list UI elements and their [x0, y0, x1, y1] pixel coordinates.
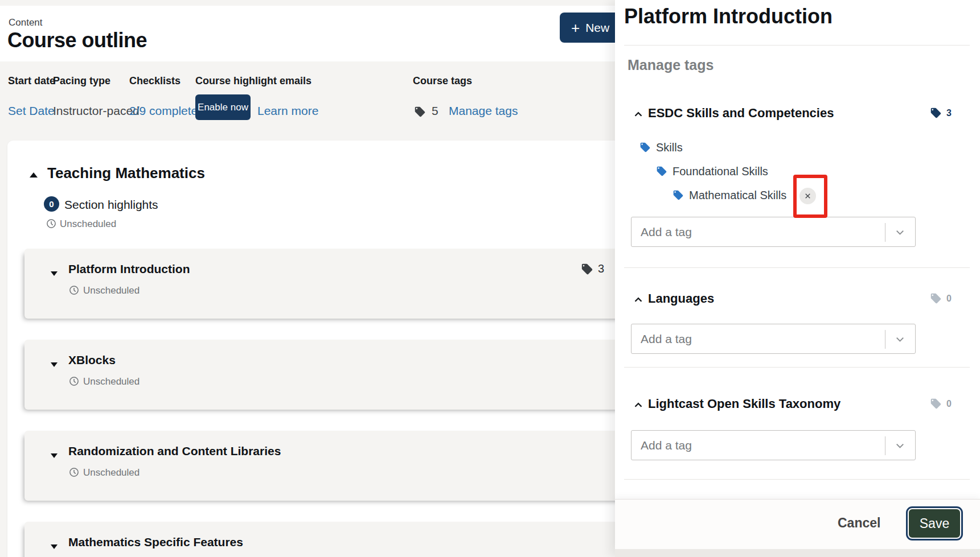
taxonomy-tag-count-value: 0 [946, 399, 952, 409]
clock-icon [69, 467, 79, 477]
divider [624, 45, 970, 46]
chevron-down-icon[interactable] [893, 226, 907, 239]
chevron-down-icon[interactable] [893, 439, 907, 452]
enable-now-button[interactable]: Enable now [195, 94, 251, 120]
subsection-card-platform-introduction[interactable]: Platform Introduction Unscheduled 3 [24, 249, 638, 319]
subsection-title: Randomization and Content Libraries [68, 444, 281, 458]
combobox-divider [885, 223, 885, 242]
taxonomy-tag-count-value: 0 [946, 294, 952, 304]
breadcrumb-content-label: Content [9, 17, 43, 28]
tag-icon [930, 398, 942, 410]
subsection-title: Mathematics Specific Features [68, 535, 243, 549]
taxonomy-header-languages: Languages 0 [615, 291, 980, 308]
chevron-down-icon[interactable] [51, 453, 58, 458]
manage-tags-link[interactable]: Manage tags [449, 104, 518, 118]
tag-tree-item-foundational-skills: Foundational Skills [656, 164, 768, 179]
taxonomy-tag-count: 0 [930, 398, 952, 410]
subsection-schedule-status: Unscheduled [83, 467, 140, 478]
manage-tags-drawer: Platform Introduction Manage tags ESDC S… [615, 0, 980, 557]
tag-icon [639, 142, 651, 153]
chevron-down-icon[interactable] [51, 271, 58, 276]
divider [624, 479, 970, 480]
set-date-link[interactable]: Set Date [8, 104, 55, 118]
drawer-bottom-strip [615, 549, 980, 557]
section-highlights-button[interactable]: Section highlights [64, 198, 158, 212]
taxonomy-name: ESDC Skills and Competencies [648, 106, 834, 121]
subsection-schedule-status: Unscheduled [83, 376, 140, 387]
add-tag-input[interactable] [632, 431, 882, 460]
tag-icon [414, 106, 426, 118]
taxonomy-tag-count: 0 [930, 292, 952, 304]
course-tags-label: Course tags [413, 75, 472, 87]
tag-icon [930, 292, 942, 304]
clock-icon [46, 218, 56, 229]
chevron-down-icon[interactable] [893, 333, 907, 346]
taxonomy-name: Languages [648, 291, 714, 306]
divider [624, 267, 970, 268]
subsection-tag-count-value: 3 [598, 262, 604, 275]
subsection-tag-count: 3 [581, 262, 604, 275]
tag-label: Skills [656, 141, 683, 154]
new-button-label: New [585, 21, 609, 35]
tag-icon [656, 166, 667, 177]
subsection-card-xblocks[interactable]: XBlocks Unscheduled [24, 340, 638, 410]
add-tag-combobox-lightcast [631, 430, 916, 460]
combobox-divider [885, 330, 885, 349]
checklists-link[interactable]: 2/9 completed [129, 104, 204, 118]
section-collapse-icon[interactable] [30, 172, 38, 178]
divider [624, 367, 970, 368]
subsection-card-randomization[interactable]: Randomization and Content Libraries Unsc… [24, 431, 638, 501]
cancel-button[interactable]: Cancel [829, 511, 889, 535]
drawer-subtitle: Manage tags [628, 57, 714, 73]
add-tag-input[interactable] [632, 217, 882, 246]
tag-tree-item-skills: Skills [639, 140, 683, 155]
taxonomy-header-esdc: ESDC Skills and Competencies 3 [615, 106, 980, 123]
subsection-card-math-features[interactable]: Mathematics Specific Features [24, 522, 638, 557]
course-tags-count: 5 [432, 104, 438, 118]
clock-icon [69, 285, 79, 295]
section-highlights-badge: 0 [44, 196, 59, 212]
tag-icon [930, 107, 942, 119]
clock-icon [69, 376, 79, 386]
chevron-up-icon[interactable] [632, 108, 645, 121]
taxonomy-tag-count: 3 [930, 107, 952, 119]
tag-icon [673, 189, 684, 201]
subsection-schedule-status: Unscheduled [83, 285, 140, 296]
tag-icon [581, 263, 593, 275]
taxonomy-header-lightcast: Lightcast Open Skills Taxonomy 0 [615, 397, 980, 414]
add-tag-combobox-languages [631, 324, 916, 354]
subsection-title: Platform Introduction [68, 262, 190, 276]
chevron-up-icon[interactable] [632, 399, 645, 411]
pacing-type-label: Pacing type [53, 75, 110, 87]
combobox-divider [885, 436, 885, 455]
page-title: Course outline [7, 28, 147, 52]
course-outline-page: Content Course outline + New Start date … [0, 0, 980, 557]
remove-tag-button[interactable] [799, 188, 816, 204]
start-date-label: Start date [8, 75, 55, 87]
chevron-up-icon[interactable] [632, 294, 645, 306]
taxonomy-name: Lightcast Open Skills Taxonomy [648, 397, 840, 411]
section-title: Teaching Mathematics [47, 164, 205, 182]
pacing-type-value: Instructor-paced [53, 104, 140, 118]
drawer-title: Platform Introduction [624, 5, 833, 28]
section-schedule-status: Unscheduled [60, 218, 116, 230]
plus-icon: + [571, 20, 580, 35]
subsection-title: XBlocks [68, 353, 116, 367]
chevron-down-icon[interactable] [51, 362, 58, 367]
checklists-label: Checklists [129, 75, 181, 87]
drawer-footer: Cancel Save [615, 499, 980, 549]
tag-label: Mathematical Skills [689, 189, 786, 202]
tag-tree-item-mathematical-skills: Mathematical Skills [673, 188, 786, 203]
chevron-down-icon[interactable] [51, 544, 58, 549]
learn-more-link[interactable]: Learn more [257, 104, 318, 118]
add-tag-input[interactable] [632, 324, 882, 353]
add-tag-combobox-esdc [631, 217, 916, 247]
save-button[interactable]: Save [908, 508, 961, 539]
highlight-emails-label: Course highlight emails [195, 75, 311, 87]
tag-label: Foundational Skills [673, 165, 768, 178]
taxonomy-tag-count-value: 3 [946, 108, 952, 118]
